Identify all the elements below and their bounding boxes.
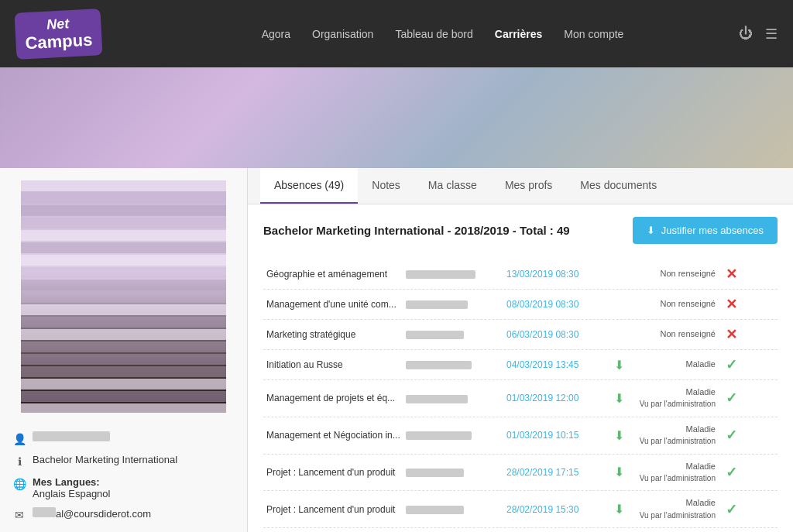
absence-date: 01/03/2019 10:15 xyxy=(506,430,607,441)
logo-box: Net Campus xyxy=(15,9,103,60)
absence-subject: Management de projets et éq... xyxy=(266,393,406,403)
content-body: Bachelor Marketing International - 2018/… xyxy=(248,204,793,532)
absence-subject: Projet : Lancement d'un produit xyxy=(266,467,406,478)
profile-program: Bachelor Marketing International xyxy=(33,454,177,465)
absence-check-red: ✕ xyxy=(716,296,747,313)
background-photo xyxy=(0,67,793,168)
absence-status: MaladieVu par l'administration xyxy=(630,424,716,448)
info-icon: ℹ xyxy=(12,455,26,469)
content-title-row: Bachelor Marketing International - 2018/… xyxy=(263,217,778,244)
content-area: Absences (49) Notes Ma classe Mes profs … xyxy=(248,168,793,532)
absence-status: MaladieVu par l'administration xyxy=(630,386,716,410)
power-icon[interactable]: ⏻ xyxy=(739,26,753,42)
languages-label: Mes Langues: xyxy=(33,476,100,488)
absence-teacher xyxy=(406,431,506,441)
table-row: Projet : Lancement d'un produit 28/02/20… xyxy=(263,491,778,528)
profile-program-row: ℹ Bachelor Marketing International xyxy=(12,454,235,469)
logo-campus: Campus xyxy=(25,30,93,53)
download-icon[interactable]: ⬇ xyxy=(607,502,630,517)
profile-name-row: 👤 xyxy=(12,431,235,446)
absence-check-green: ✓ xyxy=(716,390,747,407)
download-icon[interactable]: ⬇ xyxy=(607,391,630,406)
table-row: Projet : Lancement d'un produit 28/02/20… xyxy=(263,455,778,492)
absence-teacher xyxy=(406,360,506,370)
table-row: Initiation au Russe 04/03/2019 13:45 ⬇ M… xyxy=(263,350,778,380)
absence-teacher xyxy=(406,300,506,310)
sidebar: 👤 ℹ Bachelor Marketing International 🌐 M… xyxy=(0,168,248,532)
nav-organisation[interactable]: Organisation xyxy=(312,28,373,40)
absence-check-green: ✓ xyxy=(716,356,747,373)
absence-status: Maladie xyxy=(630,359,716,370)
absence-subject: Management et Négociation in... xyxy=(266,430,406,441)
absence-date: 13/03/2019 08:30 xyxy=(506,269,607,280)
download-icon[interactable]: ⬇ xyxy=(607,465,630,479)
table-row: Management de projets et éq... 01/03/201… xyxy=(263,380,778,417)
profile-email-row: ✉ al@coursdiderot.com xyxy=(12,507,235,522)
tab-mes-documents[interactable]: Mes documents xyxy=(566,168,671,204)
nav-tableau[interactable]: Tableau de bord xyxy=(395,28,472,40)
absence-status: MaladieVu par l'administration xyxy=(630,497,716,521)
absence-teacher xyxy=(406,269,506,280)
profile-photo xyxy=(21,180,226,413)
tab-ma-classe[interactable]: Ma classe xyxy=(414,168,491,204)
absence-date: 28/02/2019 17:15 xyxy=(506,467,607,478)
absence-status: Non renseigné xyxy=(630,298,716,310)
absence-subject: Géographie et aménagement xyxy=(266,269,406,280)
tabs-bar: Absences (49) Notes Ma classe Mes profs … xyxy=(248,168,793,204)
absence-status: Non renseigné xyxy=(630,268,716,280)
absence-date: 28/02/2019 15:30 xyxy=(506,504,607,515)
main-container: 👤 ℹ Bachelor Marketing International 🌐 M… xyxy=(0,168,793,532)
absence-subject: Initiation au Russe xyxy=(266,359,406,370)
absence-check-red: ✕ xyxy=(716,326,747,343)
absence-date: 08/03/2019 08:30 xyxy=(506,299,607,310)
tab-mes-profs[interactable]: Mes profs xyxy=(491,168,566,204)
absence-check-green: ✓ xyxy=(716,501,747,518)
absence-check-green: ✓ xyxy=(716,427,747,444)
language-icon: 🌐 xyxy=(12,477,26,491)
tab-notes[interactable]: Notes xyxy=(358,168,414,204)
main-nav: Agora Organisation Tableau de bord Carri… xyxy=(146,28,739,40)
absence-table: Géographie et aménagement 13/03/2019 08:… xyxy=(263,259,778,532)
header-icons: ⏻ ☰ xyxy=(739,26,778,43)
absence-teacher xyxy=(406,468,506,478)
table-row: Marketing stratégique 06/03/2019 08:30 N… xyxy=(263,320,778,350)
absence-date: 01/03/2019 12:00 xyxy=(506,393,607,403)
justify-absences-button[interactable]: ⬇ Justifier mes absences xyxy=(633,217,778,244)
nav-carrieres[interactable]: Carrières xyxy=(495,28,543,40)
person-icon: 👤 xyxy=(12,432,26,446)
profile-languages: Mes Langues: Anglais Espagnol xyxy=(33,476,110,499)
header: Net Campus Agora Organisation Tableau de… xyxy=(0,0,793,67)
nav-mon-compte[interactable]: Mon compte xyxy=(564,28,623,40)
nav-agora[interactable]: Agora xyxy=(262,28,290,40)
table-row: Management d'une unité com... 08/03/2019… xyxy=(263,290,778,320)
table-row: Géographie et aménagement 13/03/2019 08:… xyxy=(263,259,778,290)
absence-status: MaladieVu par l'administration xyxy=(630,461,716,485)
content-title: Bachelor Marketing International - 2018/… xyxy=(263,224,570,237)
tab-absences[interactable]: Absences (49) xyxy=(260,168,358,204)
logo-area: Net Campus xyxy=(15,11,146,57)
photo-stripes xyxy=(21,180,226,413)
absence-subject: Projet : Lancement d'un produit xyxy=(266,504,406,515)
profile-languages-row: 🌐 Mes Langues: Anglais Espagnol xyxy=(12,476,235,499)
absence-teacher xyxy=(406,330,506,340)
absence-status: Non renseigné xyxy=(630,328,716,340)
profile-name-blurred xyxy=(33,431,110,441)
absence-subject: Marketing stratégique xyxy=(266,329,406,340)
absence-teacher xyxy=(406,504,506,514)
email-icon: ✉ xyxy=(12,508,26,522)
download-icon[interactable]: ⬇ xyxy=(607,428,630,443)
table-row: Initiation au Russe 28/02/2019 13:45 ⬇ M… xyxy=(263,528,778,532)
absence-check-green: ✓ xyxy=(716,464,747,481)
absence-date: 06/03/2019 08:30 xyxy=(506,329,607,340)
menu-icon[interactable]: ☰ xyxy=(765,26,778,43)
absence-check-red: ✕ xyxy=(716,266,747,283)
download-icon: ⬇ xyxy=(647,225,655,236)
absence-date: 04/03/2019 13:45 xyxy=(506,359,607,370)
table-row: Management et Négociation in... 01/03/20… xyxy=(263,417,778,455)
profile-email: al@coursdiderot.com xyxy=(33,507,151,520)
download-icon[interactable]: ⬇ xyxy=(607,358,630,372)
absence-teacher xyxy=(406,393,506,403)
profile-info: 👤 ℹ Bachelor Marketing International 🌐 M… xyxy=(0,425,247,532)
absence-subject: Management d'une unité com... xyxy=(266,299,406,310)
